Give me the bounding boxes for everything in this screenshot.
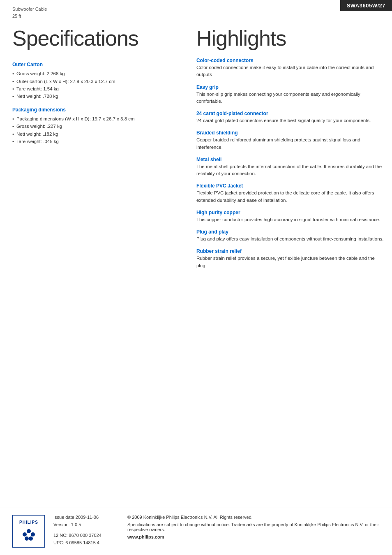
highlight-desc: Copper braided reinforced aluminum shiel…: [196, 136, 384, 151]
highlight-easy-grip: Easy grip This non-slip grip makes conne…: [196, 84, 384, 105]
issue-date: Issue date 2009-11-06: [53, 515, 119, 520]
list-item: Gross weight: 2.268 kg: [12, 70, 176, 77]
disclaimer: Specifications are subject to change wit…: [127, 522, 380, 532]
highlight-title: Rubber strain relief: [196, 248, 384, 254]
upc-number: UPC: 6 09585 14815 4: [53, 540, 119, 545]
highlight-title: Flexible PVC Jacket: [196, 183, 384, 189]
product-variant: 25 ft: [12, 13, 47, 20]
highlight-color-coded: Color-coded connectors Color coded conne…: [196, 58, 384, 79]
list-item: Nett weight: .728 kg: [12, 92, 176, 100]
highlight-desc: Rubber strain relief provides a secure, …: [196, 255, 384, 269]
outer-carton-list: Gross weight: 2.268 kg Outer carton (L x…: [12, 70, 176, 100]
highlight-desc: Flexible PVC jacket provided protection …: [196, 190, 384, 204]
list-item: Packaging dimensions (W x H x D): 19.7 x…: [12, 115, 176, 123]
highlight-desc: Plug and play offers easy installation o…: [196, 236, 384, 243]
packaging-dimensions-list: Packaging dimensions (W x H x D): 19.7 x…: [12, 115, 176, 146]
packaging-dimensions-title: Packaging dimensions: [12, 107, 176, 113]
highlight-desc: The metal shell protects the internal co…: [196, 163, 384, 178]
nc-number: 12 NC: 8670 000 37024: [53, 533, 119, 538]
list-item: Gross weight: .227 kg: [12, 123, 176, 130]
highlights-column: Highlights Color-coded connectors Color …: [188, 23, 392, 473]
website[interactable]: www.philips.com: [127, 534, 380, 539]
copyright: © 2009 Koninklijke Philips Electronics N…: [127, 515, 380, 520]
highlights-title: Highlights: [196, 27, 384, 50]
highlight-title: Color-coded connectors: [196, 58, 384, 63]
highlight-desc: This copper conductor provides high accu…: [196, 216, 384, 223]
highlight-desc: Color coded connections make it easy to …: [196, 64, 384, 79]
highlight-title: High purity copper: [196, 210, 384, 215]
svg-point-2: [31, 532, 35, 536]
highlight-title: 24 carat gold-plated connector: [196, 111, 384, 116]
highlight-braided-shielding: Braided shielding Copper braided reinfor…: [196, 130, 384, 151]
svg-point-1: [23, 532, 27, 536]
highlight-plug-and-play: Plug and play Plug and play offers easy …: [196, 229, 384, 243]
highlight-desc: This non-slip grip makes connecting your…: [196, 91, 384, 105]
highlight-metal-shell: Metal shell The metal shell protects the…: [196, 157, 384, 178]
highlight-title: Plug and play: [196, 229, 384, 235]
svg-point-4: [29, 536, 33, 541]
highlight-title: Metal shell: [196, 157, 384, 162]
outer-carton-title: Outer Carton: [12, 62, 176, 67]
highlight-high-purity-copper: High purity copper This copper conductor…: [196, 210, 384, 223]
model-number: SWA3605W/27: [347, 2, 385, 9]
highlight-flexible-pvc: Flexible PVC Jacket Flexible PVC jacket …: [196, 183, 384, 204]
product-line: Subwoofer Cable: [12, 6, 47, 13]
model-header: SWA3605W/27: [340, 0, 392, 11]
product-info: Subwoofer Cable 25 ft: [12, 6, 47, 19]
specifications-column: Specifications Outer Carton Gross weight…: [0, 23, 188, 473]
highlight-title: Easy grip: [196, 84, 384, 90]
logo-emblem: [18, 526, 39, 543]
main-content: Specifications Outer Carton Gross weight…: [0, 0, 392, 473]
logo-text: PHILIPS: [19, 520, 38, 525]
footer-middle: Issue date 2009-11-06 Version: 1.0.5 12 …: [53, 515, 119, 545]
footer-right: © 2009 Koninklijke Philips Electronics N…: [127, 515, 380, 539]
list-item: Outer carton (L x W x H): 27.9 x 20.3 x …: [12, 78, 176, 85]
philips-logo: PHILIPS: [12, 515, 45, 548]
highlight-desc: 24 carat gold-plated connectors ensure t…: [196, 117, 384, 124]
list-item: Tare weight: 1.54 kg: [12, 85, 176, 92]
highlight-rubber-strain-relief: Rubber strain relief Rubber strain relie…: [196, 248, 384, 269]
svg-point-3: [25, 536, 29, 541]
version: Version: 1.0.5: [53, 522, 119, 527]
highlight-title: Braided shielding: [196, 130, 384, 136]
list-item: Tare weight: .045 kg: [12, 138, 176, 145]
list-item: Nett weight: .182 kg: [12, 130, 176, 138]
specifications-title: Specifications: [12, 27, 176, 50]
footer: PHILIPS Issue date 2009-11-06 Version: 1…: [0, 507, 392, 555]
highlight-gold-plated: 24 carat gold-plated connector 24 carat …: [196, 111, 384, 124]
svg-point-0: [27, 529, 31, 533]
